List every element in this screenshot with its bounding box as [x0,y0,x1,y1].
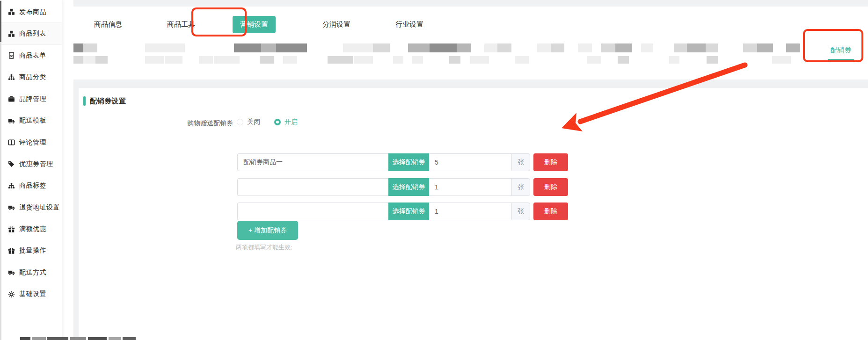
blurred-block [578,43,592,52]
sidebar-item-9[interactable]: 商品标签 [0,175,62,196]
cropped-pixel-block [70,337,86,340]
gift-icon [8,226,15,233]
sidebar-item-6[interactable]: 配送模板 [0,110,62,131]
sidebar-item-8[interactable]: 优惠券管理 [0,153,62,175]
blurred-block [354,56,373,64]
tab-2[interactable]: 商品工具 [160,16,203,33]
gift-coupon-label: 购物赠送配销券 [79,119,233,128]
sitemap-icon [8,74,15,81]
blurred-block [551,43,564,52]
coupon-row-3: 选择配销券张删除 [237,203,569,220]
sidebar-scrollbar[interactable] [0,0,1,340]
subtab-coupon[interactable]: 配销券 [814,46,868,60]
coupon-name-input[interactable] [237,153,388,171]
delete-row-button[interactable]: 删除 [533,153,568,171]
blurred-block [484,43,497,52]
blurred-block [449,56,460,64]
sidebar-item-label: 退货地址设置 [19,203,60,212]
blurred-block [199,56,213,64]
blurred-block [470,56,489,64]
subnav-blurred-row-1 [73,43,868,52]
section-header: 配销券设置 [83,96,126,106]
coupon-qty-input[interactable] [429,203,511,220]
blurred-block [430,43,457,52]
blurred-block [772,56,791,64]
blurred-block [669,56,679,64]
tab-5[interactable]: 行业设置 [388,16,431,33]
blurred-block [618,56,629,64]
blurred-block [261,43,276,52]
sidebar-item-2[interactable]: 商品列表 [0,23,62,44]
blurred-block [95,56,108,64]
sidebar-item-label: 商品列表 [19,29,46,38]
blurred-block [587,56,601,64]
blurred-block [145,43,185,52]
sidebar-item-4[interactable]: 商品分类 [0,66,62,88]
blurred-block [234,43,261,52]
coupon-qty-input[interactable] [429,153,511,171]
truck-icon [8,204,15,211]
sitemap-icon [8,182,15,189]
blurred-block [83,56,95,64]
blurred-block [687,43,706,52]
truck-icon [8,269,15,276]
section-accent-bar [83,96,86,106]
radio-on[interactable]: 开启 [274,118,298,126]
sidebar-scrollbar-thumb[interactable] [0,1,1,42]
coupon-qty-input[interactable] [429,178,511,196]
tab-3[interactable]: 营销设置 [233,16,276,33]
cropped-pixel-block [32,337,46,340]
blurred-block [707,56,718,64]
sidebar-item-14[interactable]: 基础设置 [0,283,62,305]
blurred-block [601,43,615,52]
add-coupon-button[interactable]: + 增加配销券 [237,221,298,240]
sidebar-item-label: 商品标签 [19,181,46,190]
blurred-block [641,43,653,52]
tab-4[interactable]: 分润设置 [315,16,358,33]
radio-on-circle[interactable] [274,119,281,125]
radio-off-circle[interactable] [237,119,243,125]
sidebar-item-1[interactable]: 发布商品 [0,1,62,23]
file-x-icon [8,52,15,59]
form-hint: 两项都填写才能生效; [236,243,292,252]
sidebar-item-3[interactable]: 商品表单 [0,45,62,66]
gift-coupon-radio-group: 关闭 开启 [237,118,312,126]
cubes-icon [8,30,15,37]
qty-unit-addon: 张 [511,178,530,196]
delete-row-button[interactable]: 删除 [533,203,568,220]
sidebar-item-10[interactable]: 退货地址设置 [0,197,62,218]
blurred-block [343,43,373,52]
radio-off[interactable]: 关闭 [237,118,260,126]
gift-icon [8,247,15,254]
radio-off-label: 关闭 [247,118,260,126]
sidebar-item-12[interactable]: 批量操作 [0,240,62,261]
tab-1[interactable]: 商品信息 [87,16,130,33]
sidebar-item-13[interactable]: 配送方式 [0,262,62,283]
blurred-block [757,43,773,52]
select-coupon-button[interactable]: 选择配销券 [388,178,429,196]
sidebar-item-11[interactable]: 满额优惠 [0,218,62,240]
sidebar-item-label: 批量操作 [19,246,46,255]
section-title: 配销券设置 [90,97,126,106]
blurred-block [165,56,182,64]
select-coupon-button[interactable]: 选择配销券 [388,153,429,171]
select-coupon-button[interactable]: 选择配销券 [388,203,429,220]
subtab-coupon-label: 配销券 [831,46,852,54]
sidebar-item-label: 品牌管理 [19,95,46,103]
delete-row-button[interactable]: 删除 [533,178,568,196]
blurred-block [408,43,430,52]
coupon-name-input[interactable] [237,203,388,220]
sidebar-item-label: 发布商品 [19,8,46,16]
sidebar-item-label: 配送模板 [19,116,46,125]
tags-icon [8,160,15,167]
coupon-name-input[interactable] [237,178,388,196]
sidebar-panel: 发布商品商品列表商品表单商品分类品牌管理配送模板评论管理优惠券管理商品标签退货地… [0,0,62,340]
blurred-block [515,56,529,64]
sidebar-item-label: 商品表单 [19,51,46,60]
sidebar-item-7[interactable]: 评论管理 [0,131,62,153]
truck-icon [8,117,15,124]
blurred-block [214,56,240,64]
coupon-row-1: 选择配销券张删除 [237,153,569,171]
blurred-block [615,43,632,52]
sidebar-item-5[interactable]: 品牌管理 [0,88,62,110]
